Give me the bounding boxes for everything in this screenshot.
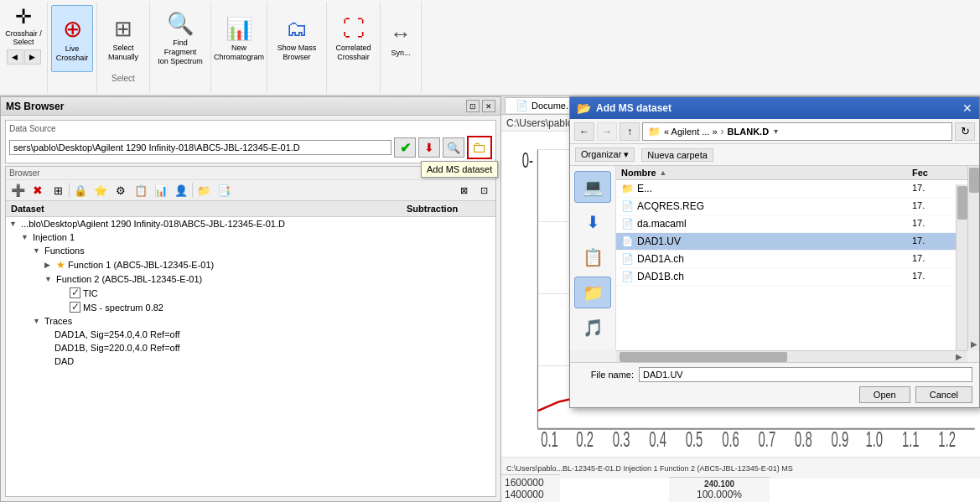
ribbon-group-crosshair: ✛ Crosshair / Select ◀ ▶	[0, 2, 48, 93]
tic-label: TIC	[83, 288, 98, 298]
dialog-right-scrollbar[interactable]: ▶	[967, 166, 979, 350]
dialog-close-button[interactable]: ✕	[962, 101, 972, 115]
dialog-open-button[interactable]: Open	[859, 386, 910, 403]
svg-text:0.6: 0.6	[722, 427, 739, 451]
ds-check-button[interactable]: ✔	[394, 137, 416, 158]
dialog-up-button[interactable]: ↑	[620, 122, 640, 141]
ribbon-group-new-chrom: 📊 NewChromatogram	[211, 2, 267, 93]
file-list-header: Nombre ▲ Fec	[616, 166, 967, 180]
ds-search-button[interactable]: 🔍	[443, 137, 464, 158]
dialog-h-scrollbar[interactable]: ▶	[616, 350, 967, 362]
chart-bottom-status: C:\Users\pablo...BL-12345-E-01.D Injecti…	[501, 457, 980, 479]
sync-button[interactable]: ↔ Syn...	[384, 5, 417, 72]
browser-tb6-button[interactable]: ⚙	[111, 182, 130, 199]
tree-item-dad1a[interactable]: DAD1A, Sig=254.0,4.0 Ref=off	[6, 328, 495, 341]
ms-spectrum-checkbox[interactable]: ✓	[70, 302, 80, 313]
breadcrumb-dropdown[interactable]: ▾	[774, 127, 778, 136]
data-source-section: Data Source ✔ ⬇ 🔍 🗀 Add MS dataset	[5, 120, 496, 163]
tree-item-ms-spectrum[interactable]: ✓ MS - spectrum 0.82	[6, 300, 495, 314]
breadcrumb-folder-icon: 📁	[648, 126, 661, 137]
browser-tb5-button[interactable]: ⭐	[91, 182, 110, 199]
file-name-input[interactable]	[639, 367, 972, 382]
tic-checkbox[interactable]: ✓	[70, 287, 80, 298]
ribbon-group-select: ⊞ SelectManually Select	[97, 2, 150, 93]
panel-close-button[interactable]: ✕	[482, 100, 495, 112]
browser-view2-button[interactable]: ⊡	[474, 182, 493, 199]
correlated-crosshair-label: CorrelatedCrosshair	[335, 44, 371, 62]
tree-item-function2[interactable]: ▼ Function 2 (ABC5-JBL-12345-E-01)	[6, 272, 495, 286]
panel-restore-button[interactable]: ⊡	[466, 100, 480, 112]
svg-text:0.2: 0.2	[576, 427, 594, 451]
expand-icon-3: ▼	[33, 246, 43, 255]
organizar-button[interactable]: Organizar ▾	[575, 147, 635, 162]
dialog-forward-button[interactable]: →	[597, 122, 617, 141]
tree-item-dataset[interactable]: ▼ ...blo\Desktop\Agilent 1290 Infinity-0…	[6, 217, 495, 230]
nueva-carpeta-button[interactable]: Nueva carpeta	[641, 148, 713, 162]
browser-tb7-button[interactable]: 📋	[132, 182, 150, 199]
tree-item-tic[interactable]: ✓ TIC	[6, 286, 495, 300]
browser-tb10-button[interactable]: 📁	[194, 182, 213, 199]
dialog-cancel-button[interactable]: Cancel	[915, 386, 972, 403]
functions-label: Functions	[44, 246, 85, 256]
browser-section: Browser ➕ ✖ ⊞ 🔒 ⭐ ⚙ 📋 📊 👤 📁 📑 ⊠ ⊡	[5, 166, 496, 497]
new-chromatogram-button[interactable]: 📊 NewChromatogram	[215, 5, 263, 72]
browser-tb3-button[interactable]: ⊞	[49, 182, 67, 199]
dialog-refresh-button[interactable]: ↻	[955, 122, 975, 141]
sidebar-icon-2[interactable]: ⬇	[574, 206, 611, 238]
tree-item-functions[interactable]: ▼ Functions	[6, 244, 495, 257]
sidebar-icon-3[interactable]: 📋	[574, 241, 611, 273]
forward-button[interactable]: ▶	[24, 49, 41, 65]
browser-tb8-button[interactable]: 📊	[152, 182, 170, 199]
chart-peak-annotation: 240.100 100.000%	[669, 477, 770, 502]
add-ms-tooltip: Add MS dataset	[421, 161, 498, 178]
file-item-dad1bch[interactable]: 📄 DAD1B.ch 17.	[616, 268, 967, 286]
crosshair-select-button[interactable]: ✛ Crosshair / Select	[3, 5, 44, 47]
ds-download-button[interactable]: ⬇	[418, 137, 440, 158]
col-subtraction: Subtraction	[407, 204, 490, 214]
tree-item-function1[interactable]: ▶ ★ Function 1 (ABC5-JBL-12345-E-01)	[6, 257, 495, 272]
sidebar-recent-icon: 💻	[583, 177, 604, 197]
tree-item-injection[interactable]: ▼ Injection 1	[6, 230, 495, 244]
tree-item-dad[interactable]: DAD	[6, 355, 495, 368]
file-item-acqres[interactable]: 📄 ACQRES.REG 17.	[616, 198, 967, 215]
browser-tb11-button[interactable]: 📑	[215, 182, 233, 199]
data-source-input[interactable]	[9, 140, 391, 155]
browser-remove-button[interactable]: ✖	[29, 182, 47, 199]
tree-item-traces[interactable]: ▼ Traces	[6, 314, 495, 328]
sidebar-icon-1[interactable]: 💻	[574, 171, 611, 203]
breadcrumb-bar[interactable]: 📁 « Agilent ... » › BLANK.D ▾	[642, 122, 952, 141]
add-ms-dataset-button[interactable]: 🗀	[467, 136, 492, 159]
file-name-e: E...	[637, 183, 652, 194]
file-list-scrollbar[interactable]	[956, 184, 967, 350]
sidebar-icon-5[interactable]: 🎵	[574, 312, 611, 344]
show-mass-browser-button[interactable]: 🗂 Show MassBrowser	[272, 5, 321, 72]
tree-item-dad1b[interactable]: DAD1B, Sig=220.0,4.0 Ref=off	[6, 341, 495, 355]
show-mass-browser-icon: 🗂	[286, 16, 308, 42]
select-manually-button[interactable]: ⊞ SelectManually	[101, 5, 146, 72]
browser-toolbar: ➕ ✖ ⊞ 🔒 ⭐ ⚙ 📋 📊 👤 📁 📑 ⊠ ⊡	[6, 180, 495, 201]
sidebar-docs-icon: ⬇	[586, 212, 600, 232]
browser-tb4-button[interactable]: 🔒	[71, 182, 90, 199]
file-item-dad1ach[interactable]: 📄 DAD1A.ch 17.	[616, 251, 967, 268]
browser-tb9-button[interactable]: 👤	[172, 182, 190, 199]
svg-text:0.4: 0.4	[649, 427, 666, 451]
file-item-macaml[interactable]: 📄 da.macaml 17.	[616, 215, 967, 233]
correlated-crosshair-button[interactable]: ⛶ CorrelatedCrosshair	[330, 5, 376, 72]
sidebar-icon-4[interactable]: 📁	[574, 277, 611, 308]
file-item-e[interactable]: 📁 E... 17.	[616, 180, 967, 198]
star-icon-1: ★	[56, 259, 65, 271]
crosshair-icon: ✛	[15, 5, 32, 28]
back-button[interactable]: ◀	[7, 49, 23, 65]
ribbon: ✛ Crosshair / Select ◀ ▶ ⊕ LiveCrosshair…	[0, 0, 980, 96]
browser-view1-button[interactable]: ⊠	[454, 182, 473, 199]
dialog-footer: File name: Open Cancel	[570, 362, 979, 407]
file-name-label: File name:	[577, 370, 634, 380]
find-fragment-button[interactable]: 🔍 Find FragmentIon Spectrum	[155, 5, 205, 72]
svg-text:1.2: 1.2	[938, 427, 956, 451]
file-item-dad1uv[interactable]: 📄 DAD1.UV 17.	[616, 233, 967, 251]
expand-icon-1: ▼	[9, 220, 19, 228]
live-crosshair-button[interactable]: ⊕ LiveCrosshair	[51, 5, 93, 72]
browser-add-button[interactable]: ➕	[8, 182, 27, 199]
browser-tree[interactable]: ▼ ...blo\Desktop\Agilent 1290 Infinity-0…	[6, 217, 495, 496]
dialog-back-button[interactable]: ←	[574, 122, 594, 141]
